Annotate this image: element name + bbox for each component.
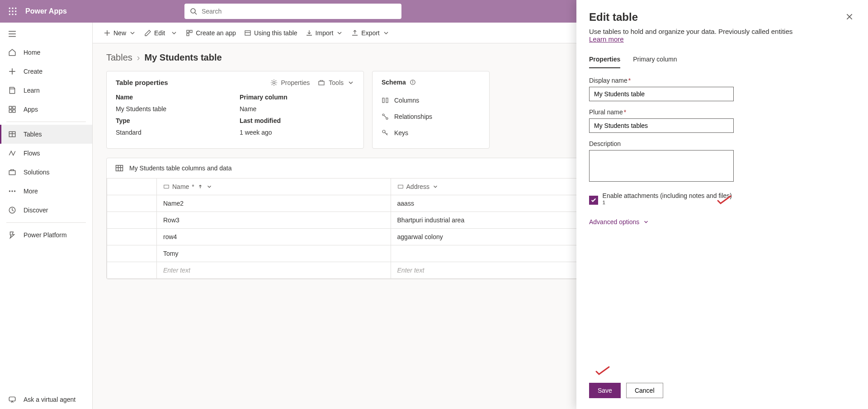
svg-rect-20 [13, 110, 15, 113]
panel-description: Use tables to hold and organize your dat… [589, 28, 855, 43]
sidebar-item-power-platform[interactable]: Power Platform [0, 226, 92, 244]
schema-label: Columns [394, 97, 419, 104]
svg-point-45 [386, 118, 388, 119]
prop-modified-value: 1 week ago [240, 129, 354, 136]
nav-label: Apps [24, 106, 38, 113]
sidebar-item-ask-agent[interactable]: Ask a virtual agent [0, 390, 92, 409]
svg-point-2 [15, 8, 16, 9]
svg-rect-42 [382, 98, 384, 103]
sidebar-item-create[interactable]: Create [0, 62, 92, 81]
sidebar-item-discover[interactable]: Discover [0, 201, 92, 220]
prop-primary-label: Primary column [240, 94, 354, 101]
svg-point-3 [9, 10, 10, 12]
sidebar-item-more[interactable]: More [0, 182, 92, 201]
panel-tabs: Properties Primary column [589, 53, 855, 69]
using-table-button[interactable]: Using this table [244, 29, 297, 37]
svg-rect-17 [9, 106, 12, 109]
tb-label: Create an app [196, 29, 236, 37]
card-title: Table properties [116, 79, 168, 86]
chevron-down-icon [206, 183, 212, 190]
export-button[interactable]: Export [351, 29, 389, 37]
table-icon [115, 164, 124, 173]
schema-label: Relationships [394, 113, 432, 120]
sidebar-item-home[interactable]: Home [0, 43, 92, 62]
tb-label: New [113, 29, 126, 37]
display-name-input[interactable] [589, 87, 734, 101]
close-button[interactable] [844, 11, 855, 24]
prop-name-label: Name [116, 94, 231, 101]
nav-label: Create [24, 68, 42, 75]
prop-name-value: My Students table [116, 105, 231, 113]
row-selector-header[interactable] [107, 179, 157, 195]
chevron-right-icon: › [137, 52, 140, 63]
tb-label: Import [316, 29, 334, 37]
action-label: Tools [329, 79, 344, 86]
gear-icon [270, 79, 278, 86]
svg-rect-34 [187, 33, 189, 36]
svg-point-5 [15, 10, 16, 12]
svg-rect-33 [190, 30, 192, 33]
svg-rect-38 [319, 81, 324, 85]
chevron-down-icon [336, 29, 343, 37]
properties-action[interactable]: Properties [270, 79, 310, 86]
tab-primary-column[interactable]: Primary column [633, 53, 677, 68]
new-button[interactable]: New [104, 29, 136, 37]
column-header-name[interactable]: Name* [157, 179, 391, 195]
svg-rect-24 [9, 171, 15, 175]
sidebar-item-learn[interactable]: Learn [0, 81, 92, 100]
import-button[interactable]: Import [306, 29, 344, 37]
tools-action[interactable]: Tools [318, 79, 354, 86]
columns-icon [382, 97, 389, 104]
create-app-button[interactable]: Create an app [186, 29, 236, 37]
svg-point-8 [15, 14, 16, 15]
hamburger-icon[interactable] [0, 26, 92, 43]
schema-relationships[interactable]: Relationships [382, 108, 480, 125]
nav-label: Ask a virtual agent [24, 396, 75, 403]
search-box[interactable] [184, 4, 401, 19]
svg-rect-54 [164, 185, 169, 188]
table-properties-card: Table properties Properties Tools [106, 71, 364, 149]
description-field: Description [589, 140, 734, 183]
svg-point-25 [9, 190, 10, 192]
key-icon [382, 129, 389, 136]
prop-primary-value: Name [240, 105, 354, 113]
cancel-button[interactable]: Cancel [626, 383, 663, 398]
plural-name-field: Plural name* [589, 108, 734, 133]
schema-columns[interactable]: Columns [382, 92, 480, 108]
search-input[interactable] [202, 8, 396, 15]
panel-title: Edit table [589, 11, 638, 24]
app-launcher-icon[interactable] [4, 2, 22, 20]
tb-label: Edit [154, 29, 165, 37]
svg-line-10 [195, 13, 197, 14]
tb-label: Using this table [254, 29, 297, 37]
svg-point-6 [9, 14, 10, 15]
learn-more-link[interactable]: Learn more [589, 35, 624, 43]
prop-type-value: Standard [116, 129, 231, 136]
nav-label: Flows [24, 150, 40, 157]
enable-attachments-checkbox[interactable] [589, 196, 598, 205]
svg-point-44 [382, 114, 384, 116]
sidebar-item-tables[interactable]: Tables [0, 125, 92, 144]
svg-rect-18 [13, 106, 15, 109]
svg-rect-35 [245, 31, 250, 35]
svg-rect-19 [9, 110, 12, 113]
description-input[interactable] [589, 150, 734, 182]
sidebar-item-flows[interactable]: Flows [0, 144, 92, 163]
breadcrumb-current: My Students table [144, 52, 222, 63]
schema-keys[interactable]: Keys [382, 125, 480, 141]
data-title: My Students table columns and data [129, 165, 231, 172]
advanced-options-toggle[interactable]: Advanced options [589, 218, 734, 226]
relationship-icon [382, 113, 389, 120]
action-label: Properties [281, 79, 310, 86]
info-icon[interactable] [410, 79, 416, 85]
sidebar-item-apps[interactable]: Apps [0, 100, 92, 119]
breadcrumb-root[interactable]: Tables [106, 52, 132, 63]
sidebar-item-solutions[interactable]: Solutions [0, 163, 92, 182]
tab-properties[interactable]: Properties [589, 53, 620, 68]
text-icon [397, 183, 404, 190]
svg-line-46 [384, 116, 386, 118]
svg-point-37 [273, 81, 275, 84]
save-button[interactable]: Save [589, 383, 621, 398]
edit-button[interactable]: Edit [144, 29, 178, 37]
plural-name-input[interactable] [589, 118, 734, 133]
